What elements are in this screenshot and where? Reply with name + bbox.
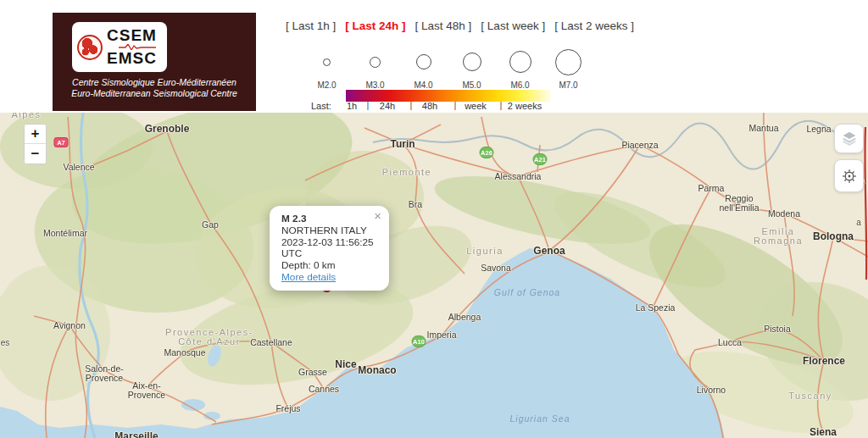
time-stop-separator: | xyxy=(454,100,457,110)
time-filter-last-2-weeks[interactable]: [ Last 2 weeks ] xyxy=(554,19,634,32)
magnitude-label: M2.0 xyxy=(317,80,336,90)
popup-location: NORTHERN ITALY xyxy=(281,225,381,237)
logo-acronym-emsc: EMSC xyxy=(107,50,157,67)
time-legend-prefix: Last: xyxy=(311,101,331,111)
magnitude-legend-item: M6.0 xyxy=(496,44,544,90)
page-header: CSEM EMSC Centre Sismologique Euro-Médit… xyxy=(0,0,868,113)
magnitude-circle-icon xyxy=(509,51,531,73)
layers-icon xyxy=(840,130,859,148)
time-stop-separator: | xyxy=(410,100,413,110)
more-details-link[interactable]: More details xyxy=(281,272,336,284)
magnitude-legend-item: M7.0 xyxy=(544,44,593,90)
time-filter-nav: [ Last 1h ][ Last 24h ][ Last 48h ][ Las… xyxy=(286,19,634,32)
zoom-in-button[interactable]: + xyxy=(25,125,46,144)
magnitude-circle-icon xyxy=(555,49,581,75)
road-shield: A26 xyxy=(480,147,494,158)
time-stop-separator: | xyxy=(367,100,370,110)
popup-magnitude: M 2.3 xyxy=(281,213,381,225)
map[interactable]: AlpesPiemonteLiguriaEmilia RomagnaProven… xyxy=(0,113,868,438)
magnitude-label: M6.0 xyxy=(510,80,529,90)
time-gradient-bar xyxy=(346,90,551,102)
magnitude-label: M5.0 xyxy=(462,80,481,90)
magnitude-label: M7.0 xyxy=(559,80,577,90)
magnitude-label: M3.0 xyxy=(365,80,384,90)
time-stop-label: 24h xyxy=(380,101,395,111)
logo-subtitle-en: Euro-Mediterranean Seismological Centre xyxy=(53,88,256,98)
magnitude-circle-icon xyxy=(370,57,381,68)
zoom-out-button[interactable]: − xyxy=(25,144,46,164)
time-stop-separator: | xyxy=(500,100,503,110)
time-stop-label: 2 weeks xyxy=(508,101,542,111)
logo-card: CSEM EMSC xyxy=(72,22,167,72)
logo-subtitle-fr: Centre Sismologique Euro-Méditerranéen xyxy=(53,77,256,87)
magnitude-legend: M2.0M3.0M4.0M5.0M6.0M7.0 xyxy=(303,44,593,90)
magnitude-circle-icon xyxy=(323,58,331,66)
globe-icon xyxy=(77,35,103,60)
logo-acronym-csem: CSEM xyxy=(107,27,157,44)
magnitude-circle-icon xyxy=(416,54,431,69)
magnitude-circle-icon xyxy=(463,53,481,71)
earthquake-popup: × M 2.3 NORTHERN ITALY 2023-12-03 11:56:… xyxy=(270,206,389,291)
map-artwork xyxy=(0,113,868,438)
magnitude-legend-item: M2.0 xyxy=(303,44,351,90)
time-filter-last-48h[interactable]: [ Last 48h ] xyxy=(415,19,472,32)
time-stop-label: week xyxy=(465,101,487,111)
road-shield: A10 xyxy=(412,335,426,347)
emsc-logo[interactable]: CSEM EMSC Centre Sismologique Euro-Médit… xyxy=(53,13,256,111)
time-stop-label: 1h xyxy=(347,101,357,111)
magnitude-label: M4.0 xyxy=(414,80,432,90)
gear-icon xyxy=(840,167,859,186)
emsc-page: CSEM EMSC Centre Sismologique Euro-Médit… xyxy=(0,0,868,438)
time-filter-last-1h[interactable]: [ Last 1h ] xyxy=(286,19,336,32)
time-filter-last-week[interactable]: [ Last week ] xyxy=(481,19,545,32)
layers-button[interactable] xyxy=(834,124,864,153)
road-shield: A21 xyxy=(533,153,548,165)
popup-depth: Depth: 0 km xyxy=(281,260,381,272)
magnitude-legend-item: M5.0 xyxy=(448,44,496,90)
magnitude-legend-item: M3.0 xyxy=(351,44,399,90)
close-icon[interactable]: × xyxy=(374,209,381,222)
popup-time: 2023-12-03 11:56:25 UTC xyxy=(281,237,381,261)
time-filter-last-24h[interactable]: [ Last 24h ] xyxy=(345,19,405,32)
magnitude-legend-item: M4.0 xyxy=(399,44,448,90)
zoom-control: + − xyxy=(24,124,47,164)
settings-button[interactable] xyxy=(834,159,864,192)
road-shield: A7 xyxy=(54,137,69,147)
time-stop-label: 48h xyxy=(422,101,437,111)
